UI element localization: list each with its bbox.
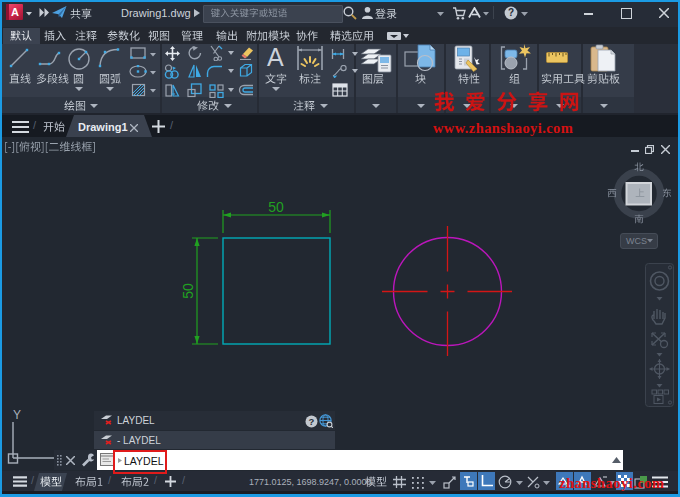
svg-text:Y: Y — [13, 408, 21, 422]
svg-text:?: ? — [309, 416, 315, 427]
svg-text:?: ? — [508, 7, 514, 18]
